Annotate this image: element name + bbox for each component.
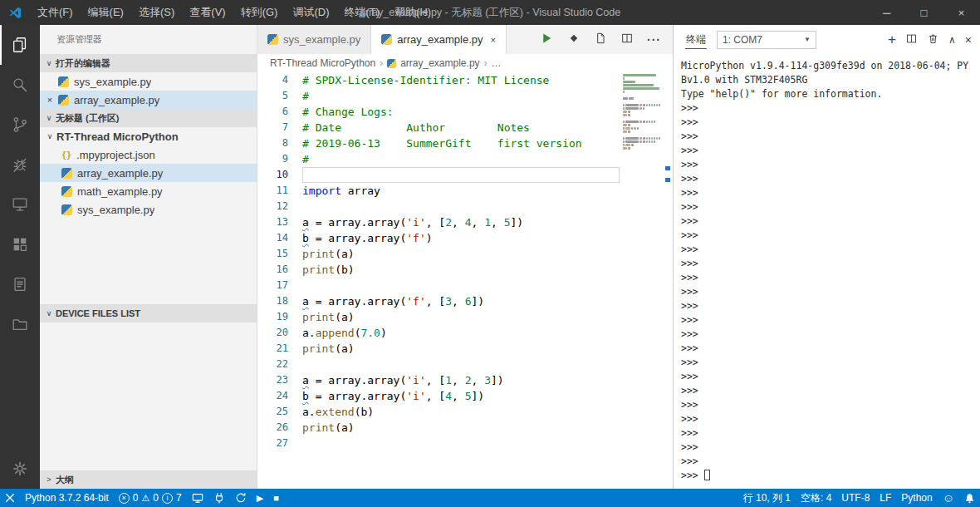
debug-icon[interactable] — [0, 145, 40, 185]
run-python-file-button[interactable] — [539, 31, 554, 48]
settings-gear-icon[interactable] — [0, 449, 40, 489]
menu-item[interactable]: 选择(S) — [131, 0, 182, 25]
code-line[interactable]: 19print(a) — [257, 309, 673, 325]
open-editor-item[interactable]: sys_example.py — [40, 72, 257, 91]
code-line[interactable]: 25a.extend(b) — [257, 404, 673, 420]
indentation[interactable]: 空格: 4 — [796, 489, 836, 507]
tree-item[interactable]: array_example.py — [40, 164, 257, 182]
minimap[interactable] — [623, 74, 661, 154]
clipboard-icon[interactable] — [0, 264, 40, 304]
tab-sys-example[interactable]: sys_example.py — [257, 25, 371, 54]
notifications-bell-icon[interactable] — [959, 489, 980, 507]
menu-item[interactable]: 调试(D) — [285, 0, 336, 25]
code-line[interactable]: 11import array — [257, 183, 673, 199]
device-files-header[interactable]: ∨ DEVICE FILES LIST — [40, 304, 257, 322]
code-line[interactable]: 23a = array.array('i', [1, 2, 3]) — [257, 372, 673, 388]
terminal-picker[interactable]: 1: COM7 ▼ — [717, 31, 816, 49]
document-icon[interactable] — [594, 32, 607, 47]
close-button[interactable]: × — [943, 0, 980, 25]
close-icon[interactable]: × — [42, 95, 58, 105]
code-line[interactable]: 22 — [257, 357, 673, 372]
tree-item[interactable]: {}.mpyproject.json — [40, 145, 257, 164]
tree-item[interactable]: sys_example.py — [40, 200, 257, 219]
code-line[interactable]: 9# — [257, 151, 673, 167]
code-line[interactable]: 5# — [257, 88, 673, 104]
open-editor-item[interactable]: ×array_example.py — [40, 91, 257, 109]
code-line[interactable]: 27 — [257, 436, 673, 451]
tab-terminal[interactable]: 终端 — [685, 31, 707, 49]
diagnostic-mark — [665, 178, 670, 182]
open-editors-header[interactable]: ∨ 打开的编辑器 — [40, 54, 257, 72]
code-line[interactable]: 8# 2019-06-13 SummerGift first version — [257, 135, 673, 151]
language-mode[interactable]: Python — [896, 489, 937, 507]
feedback-smiley-icon[interactable]: ☺ — [938, 489, 959, 507]
code-line[interactable]: 4# SPDX-License-Identifier: MIT License — [257, 72, 673, 88]
code-line[interactable]: 13a = array.array('i', [2, 4, 1, 5]) — [257, 214, 673, 230]
breadcrumb-file[interactable]: array_example.py — [400, 57, 479, 69]
code-line[interactable]: 6# Change Logs: — [257, 104, 673, 120]
extensions-icon[interactable] — [0, 224, 40, 264]
tree-item[interactable]: math_example.py — [40, 182, 257, 200]
stop-icon[interactable]: ■ — [268, 489, 284, 507]
open-editors-label: 打开的编辑器 — [56, 57, 110, 70]
code-line[interactable]: 12 — [257, 199, 673, 214]
source-control-icon[interactable] — [0, 105, 40, 145]
folder-name: RT-Thread MicroPython — [56, 130, 179, 143]
code-line[interactable]: 20a.append(7.0) — [257, 325, 673, 341]
problems-status[interactable]: × 0 ⚠ 0 i 7 — [114, 489, 187, 507]
titlebar: 文件(F)编辑(E)选择(S)查看(V)转到(G)调试(D)终端(T)帮助(H)… — [0, 0, 980, 25]
python-interpreter[interactable]: Python 3.7.2 64-bit — [20, 489, 114, 507]
menu-item[interactable]: 编辑(E) — [81, 0, 131, 25]
terminal-line: >>> — [681, 356, 973, 370]
board-icon[interactable] — [187, 489, 208, 507]
device-monitor-icon[interactable] — [0, 185, 40, 224]
close-icon[interactable]: × — [491, 35, 496, 45]
menu-item[interactable]: 转到(G) — [233, 0, 286, 25]
kill-terminal-trash-icon[interactable] — [927, 32, 939, 47]
code-line[interactable]: 18a = array.array('f', [3, 6]) — [257, 293, 673, 309]
maximize-button[interactable]: □ — [905, 0, 943, 25]
tab-array-example[interactable]: array_example.py × — [371, 25, 507, 54]
encoding[interactable]: UTF-8 — [836, 489, 875, 507]
sync-icon[interactable] — [230, 489, 252, 507]
search-icon[interactable] — [0, 65, 40, 105]
code-line[interactable]: 26print(a) — [257, 420, 673, 436]
eol[interactable]: LF — [875, 489, 896, 507]
code-editor[interactable]: 4# SPDX-License-Identifier: MIT License5… — [257, 72, 673, 489]
maximize-panel-icon[interactable]: ∧ — [948, 34, 956, 46]
error-count: 0 — [133, 492, 139, 504]
outline-header[interactable]: > 大纲 — [40, 470, 257, 489]
line-number: 13 — [257, 214, 302, 230]
menu-item[interactable]: 查看(V) — [182, 0, 233, 25]
code-line[interactable]: 17 — [257, 278, 673, 293]
cursor-position[interactable]: 行 10, 列 1 — [738, 489, 796, 507]
terminal-line: >>> — [681, 144, 973, 158]
folder-icon[interactable] — [0, 304, 40, 344]
code-line[interactable]: 21print(a) — [257, 341, 673, 357]
code-line[interactable]: 10 — [257, 167, 673, 183]
workspace-header[interactable]: ∨ 无标题 (工作区) — [40, 109, 257, 127]
terminal-output[interactable]: MicroPython v1.9.4-114-g309fe39d on 2018… — [674, 54, 980, 489]
code-line[interactable]: 24b = array.array('i', [4, 5]) — [257, 388, 673, 404]
line-number: 23 — [257, 372, 302, 388]
code-line[interactable]: 7# Date Author Notes — [257, 120, 673, 135]
new-terminal-button[interactable]: + — [888, 32, 896, 47]
code-line[interactable]: 16print(b) — [257, 262, 673, 278]
more-actions-icon[interactable]: ··· — [647, 33, 661, 47]
terminal-line: >>> — [681, 426, 973, 441]
plug-icon[interactable] — [208, 489, 230, 507]
breadcrumb-more[interactable]: … — [492, 57, 502, 69]
code-line[interactable]: 15print(a) — [257, 246, 673, 262]
run-icon[interactable]: ▶ — [252, 489, 268, 507]
code-line[interactable]: 14b = array.array('f') — [257, 230, 673, 246]
close-panel-icon[interactable]: × — [965, 33, 972, 47]
breadcrumb-folder[interactable]: RT-Thread MicroPython — [270, 57, 375, 69]
run-debug-icon[interactable] — [567, 32, 581, 47]
split-editor-icon[interactable] — [620, 32, 634, 47]
minimize-button[interactable]: ─ — [868, 0, 905, 25]
explorer-icon[interactable] — [0, 25, 40, 65]
split-terminal-icon[interactable] — [905, 32, 918, 47]
folder-item[interactable]: ∨ RT-Thread MicroPython — [40, 127, 257, 145]
tools-icon[interactable] — [0, 489, 20, 507]
menu-item[interactable]: 文件(F) — [30, 0, 81, 25]
